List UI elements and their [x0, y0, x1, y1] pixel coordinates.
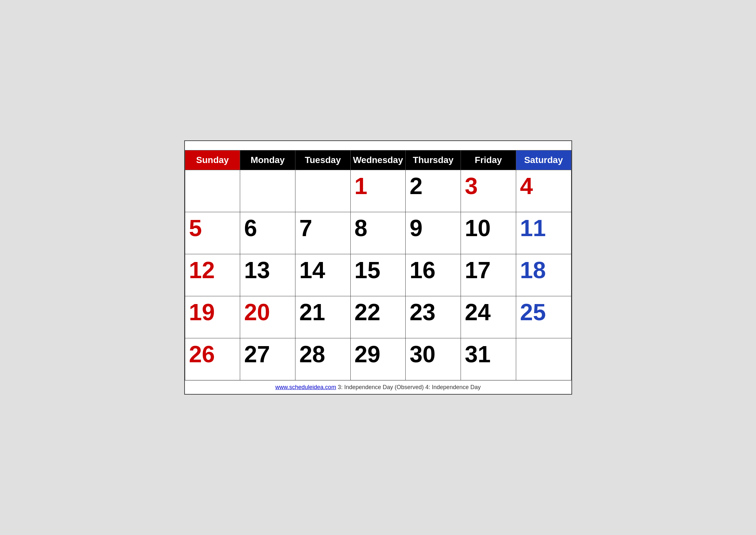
header-saturday: Saturday	[516, 151, 571, 170]
calendar-week-row: 567891011	[185, 212, 571, 254]
calendar-day-cell	[295, 170, 350, 212]
calendar-day-cell: 27	[240, 338, 295, 380]
calendar-day-cell: 15	[350, 254, 406, 296]
calendar-day-cell	[516, 338, 571, 380]
calendar-day-cell: 1	[350, 170, 406, 212]
calendar-week-row: 19202122232425	[185, 296, 571, 338]
calendar-container: SundayMondayTuesdayWednesdayThursdayFrid…	[184, 140, 572, 395]
calendar-day-cell: 13	[240, 254, 295, 296]
calendar-day-cell: 8	[350, 212, 406, 254]
calendar-day-cell: 21	[295, 296, 350, 338]
calendar-day-cell: 9	[406, 212, 461, 254]
calendar-day-cell: 26	[185, 338, 240, 380]
calendar-day-cell: 20	[240, 296, 295, 338]
calendar-day-cell	[240, 170, 295, 212]
calendar-day-cell: 2	[406, 170, 461, 212]
calendar-day-cell: 28	[295, 338, 350, 380]
calendar-week-row: 12131415161718	[185, 254, 571, 296]
calendar-week-row: 1234	[185, 170, 571, 212]
calendar-day-cell: 30	[406, 338, 461, 380]
calendar-day-cell: 22	[350, 296, 406, 338]
calendar-day-cell: 18	[516, 254, 571, 296]
calendar-table: SundayMondayTuesdayWednesdayThursdayFrid…	[185, 150, 571, 380]
calendar-title	[185, 141, 571, 150]
calendar-day-cell: 4	[516, 170, 571, 212]
calendar-day-cell: 12	[185, 254, 240, 296]
calendar-footer: www.scheduleidea.com 3: Independence Day…	[185, 380, 571, 394]
calendar-day-cell: 24	[461, 296, 516, 338]
calendar-day-cell: 7	[295, 212, 350, 254]
footer-notes: 3: Independence Day (Observed) 4: Indepe…	[338, 384, 481, 390]
header-friday: Friday	[461, 151, 516, 170]
calendar-day-cell: 19	[185, 296, 240, 338]
calendar-day-cell: 25	[516, 296, 571, 338]
calendar-day-cell: 14	[295, 254, 350, 296]
calendar-day-cell: 17	[461, 254, 516, 296]
calendar-day-cell: 10	[461, 212, 516, 254]
calendar-day-cell: 23	[406, 296, 461, 338]
calendar-header-row: SundayMondayTuesdayWednesdayThursdayFrid…	[185, 151, 571, 170]
header-wednesday: Wednesday	[350, 151, 406, 170]
calendar-day-cell: 16	[406, 254, 461, 296]
calendar-day-cell: 3	[461, 170, 516, 212]
header-sunday: Sunday	[185, 151, 240, 170]
calendar-week-row: 262728293031	[185, 338, 571, 380]
header-thursday: Thursday	[406, 151, 461, 170]
calendar-day-cell: 11	[516, 212, 571, 254]
header-monday: Monday	[240, 151, 295, 170]
calendar-day-cell: 5	[185, 212, 240, 254]
header-tuesday: Tuesday	[295, 151, 350, 170]
calendar-day-cell: 31	[461, 338, 516, 380]
calendar-day-cell: 6	[240, 212, 295, 254]
calendar-day-cell	[185, 170, 240, 212]
calendar-day-cell: 29	[350, 338, 406, 380]
website-link[interactable]: www.scheduleidea.com	[275, 384, 336, 390]
